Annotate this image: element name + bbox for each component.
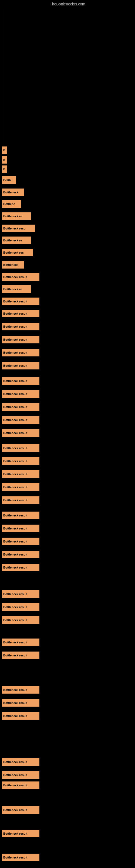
bottleneck-bar: Bottleneck result (2, 830, 39, 837)
bottleneck-bar: Bottleneck result (2, 273, 39, 281)
bottleneck-bar: Bottleneck result (2, 444, 39, 452)
site-title: TheBottlenecker.com (50, 2, 85, 6)
bottleneck-bar: Bottleneck result (2, 457, 39, 465)
bottleneck-bar: Bottleneck (2, 261, 24, 269)
bottleneck-bar: Bottleneck result (2, 699, 39, 707)
bottleneck-bar: Bottleneck result (2, 616, 39, 624)
bottleneck-bar: Bottleneck result (2, 390, 39, 398)
bottleneck-bar: Bottleneck result (2, 403, 39, 411)
bottleneck-bar: B (2, 165, 7, 173)
bottleneck-bar: Bottleneck result (2, 590, 39, 598)
bottleneck-bar: Bottleneck result (2, 416, 39, 424)
bottleneck-bar: Bottleneck result (2, 712, 39, 720)
chart-area (0, 8, 135, 146)
bottleneck-bar: Bottleneck result (2, 298, 39, 305)
bottleneck-bar: Bottleneck (2, 188, 24, 196)
bottleneck-bar: Bottleneck result (2, 310, 39, 317)
bottleneck-bar: Bottleneck result (2, 470, 39, 478)
bottleneck-bar: Bottleneck result (2, 323, 39, 330)
page-wrapper: TheBottlenecker.com BBBBottleBottleneckB… (0, 0, 135, 868)
bottleneck-bar: Bottleneck result (2, 652, 39, 659)
bottleneck-bar: Bottleneck result (2, 758, 39, 766)
bottleneck-bar: Bottleneck result (2, 603, 39, 611)
bottleneck-bar: Bottleneck result (2, 496, 39, 504)
bottleneck-bar: Bottleneck result (2, 806, 39, 814)
bottleneck-bar: Bottleneck result (2, 525, 39, 532)
bottleneck-bar: Bottleneck result (2, 639, 39, 646)
bottleneck-bar: Bottleneck res (2, 249, 33, 256)
bottleneck-bar: B (2, 147, 7, 154)
bottleneck-bar: Bottleneck re (2, 212, 31, 220)
bottleneck-bar: Bottle (2, 176, 16, 184)
bottleneck-bar: Bottleneck result (2, 551, 39, 558)
bottleneck-bar: Bottleneck re (2, 237, 31, 244)
bottleneck-bar: Bottleneck result (2, 377, 39, 384)
bottleneck-bar: Bottleneck result (2, 362, 39, 369)
bottleneck-bar: Bottleneck result (2, 349, 39, 356)
bottleneck-bar: Bottleneck result (2, 686, 39, 693)
bottleneck-bar: Bottleneck result (2, 854, 39, 861)
bottleneck-bar: Bottleneck resu (2, 225, 35, 232)
bottleneck-bar: Bottleneck result (2, 484, 39, 491)
bottleneck-bar: Bottleneck result (2, 538, 39, 545)
bottleneck-bar: Bottleneck result (2, 781, 39, 789)
bottleneck-bar: Bottleneck re (2, 285, 31, 293)
bottleneck-bar: Bottleneck result (2, 429, 39, 437)
bottleneck-bar: B (2, 156, 7, 163)
site-title-bar: TheBottlenecker.com (0, 0, 135, 8)
bottleneck-bar: Bottleneck result (2, 564, 39, 571)
bottleneck-bar: Bottleneck result (2, 512, 39, 519)
bottleneck-bar: Bottleneck result (2, 771, 39, 779)
bottleneck-bar: Bottlene (2, 200, 21, 208)
bottleneck-bar: Bottleneck result (2, 336, 39, 343)
